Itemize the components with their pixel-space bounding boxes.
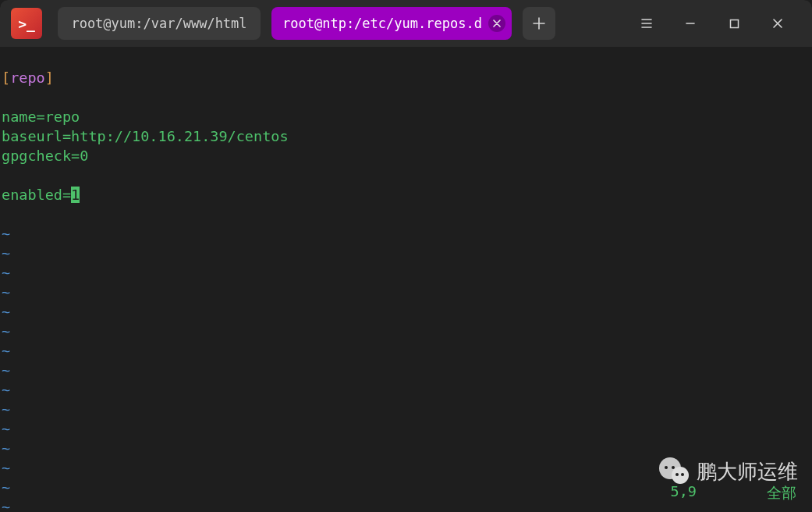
cursor-position: 5,9 xyxy=(671,483,697,503)
vim-tilde: ~ xyxy=(2,244,810,263)
vim-tilde: ~ xyxy=(2,361,810,380)
wechat-icon xyxy=(659,457,690,485)
svg-rect-0 xyxy=(730,20,738,27)
close-button[interactable] xyxy=(767,12,789,34)
window-controls xyxy=(636,12,806,34)
close-icon[interactable] xyxy=(488,15,505,32)
tab-label: root@ntp:/etc/yum.repos.d xyxy=(282,16,482,31)
menu-icon[interactable] xyxy=(636,12,658,34)
vim-tilde: ~ xyxy=(2,224,810,244)
vim-tilde: ~ xyxy=(2,341,810,361)
scroll-indicator: 全部 xyxy=(767,483,796,503)
maximize-button[interactable] xyxy=(723,12,745,34)
vim-tilde: ~ xyxy=(2,322,810,341)
new-tab-button[interactable] xyxy=(523,7,555,40)
watermark: 鹏大师运维 xyxy=(659,457,798,485)
title-bar: >_ root@yum:/var/www/html root@ntp:/etc/… xyxy=(0,0,812,47)
cursor: 1 xyxy=(71,187,80,203)
editor-line-cursor: enabled=1 xyxy=(2,185,810,204)
vim-tilde: ~ xyxy=(2,419,810,439)
app-icon: >_ xyxy=(11,8,42,39)
vim-tilde: ~ xyxy=(2,263,810,283)
editor-line: name=repo xyxy=(2,107,810,126)
vim-tilde: ~ xyxy=(2,439,810,458)
vim-tilde: ~ xyxy=(2,380,810,400)
tab-2[interactable]: root@ntp:/etc/yum.repos.d xyxy=(271,7,512,40)
minimize-button[interactable] xyxy=(679,12,701,34)
watermark-text: 鹏大师运维 xyxy=(697,458,798,485)
vim-tilde: ~ xyxy=(2,400,810,419)
vim-status-bar: 5,9 全部 xyxy=(0,483,812,503)
editor-line: gpgcheck=0 xyxy=(2,146,810,165)
editor-line: baseurl=http://10.16.21.39/centos xyxy=(2,126,810,146)
tab-label: root@yum:/var/www/html xyxy=(71,16,246,31)
editor-line-section: [repo] xyxy=(2,68,810,87)
terminal-content[interactable]: [repo] name=repobaseurl=http://10.16.21.… xyxy=(0,47,812,512)
tab-1[interactable]: root@yum:/var/www/html xyxy=(58,7,261,40)
tab-strip: root@yum:/var/www/html root@ntp:/etc/yum… xyxy=(58,7,555,40)
vim-tilde: ~ xyxy=(2,302,810,322)
vim-tilde: ~ xyxy=(2,283,810,302)
